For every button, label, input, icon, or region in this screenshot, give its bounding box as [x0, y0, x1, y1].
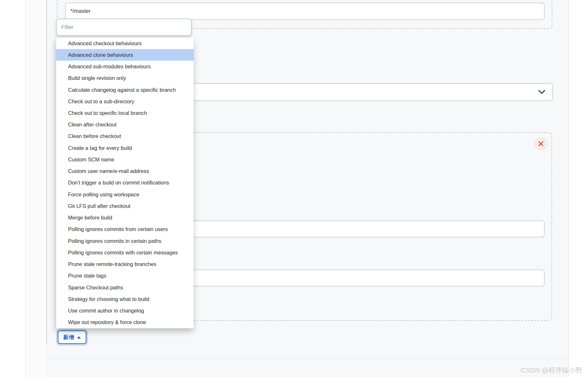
remove-behaviour-button[interactable] — [534, 137, 548, 150]
menu-item[interactable]: Check out to specific local branch — [56, 107, 194, 119]
close-icon — [538, 141, 544, 147]
filter-input[interactable] — [56, 19, 192, 36]
jenkins-config-page: Advanced checkout behavioursAdvanced clo… — [0, 0, 588, 377]
chevron-down-icon — [538, 90, 545, 94]
left-gutter — [26, 0, 46, 377]
section-divider — [47, 359, 569, 359]
menu-item[interactable]: Clean after checkout — [56, 119, 194, 131]
menu-item[interactable]: Advanced clone behaviours — [56, 49, 194, 61]
add-button-label: 新增 — [63, 334, 74, 341]
menu-item[interactable]: Polling ignores commits from certain use… — [56, 224, 194, 235]
menu-item[interactable]: Create a tag for every build — [56, 142, 194, 154]
menu-item[interactable]: Wipe out repository & force clone — [56, 317, 194, 328]
menu-item[interactable]: Don't trigger a build on commit notifica… — [56, 177, 194, 189]
menu-item[interactable]: Check out to a sub-directory — [56, 96, 194, 107]
menu-item[interactable]: Calculate changelog against a specific b… — [56, 84, 194, 96]
behaviours-menu: Advanced checkout behavioursAdvanced clo… — [56, 38, 194, 328]
add-button[interactable]: 新增 — [58, 330, 86, 344]
watermark: CSDN @程序猿小野 — [521, 366, 582, 375]
menu-item[interactable]: Polling ignores commits with certain mes… — [56, 247, 194, 258]
menu-item[interactable]: Sparse Checkout paths — [56, 282, 194, 293]
panel-border-left — [25, 0, 26, 377]
branch-specifier-input[interactable] — [65, 3, 545, 20]
menu-item[interactable]: Force polling using workspace — [56, 189, 194, 200]
panel-border-right — [568, 0, 569, 377]
menu-item[interactable]: Advanced sub-modules behaviours — [56, 61, 194, 72]
menu-item[interactable]: Custom SCM name — [56, 154, 194, 165]
menu-item[interactable]: Polling ignores commits in certain paths — [56, 235, 194, 247]
menu-item[interactable]: Use commit author in changelog — [56, 305, 194, 316]
section-border-left — [46, 0, 47, 344]
menu-item[interactable]: Advanced checkout behaviours — [56, 38, 194, 49]
menu-item[interactable]: Strategy for choosing what to build — [56, 293, 194, 305]
caret-up-icon — [77, 336, 81, 338]
menu-item[interactable]: Prune stale tags — [56, 270, 194, 282]
menu-item[interactable]: Git LFS pull after checkout — [56, 200, 194, 212]
menu-item[interactable]: Merge before build — [56, 212, 194, 224]
menu-item[interactable]: Build single revision only — [56, 73, 194, 84]
menu-item[interactable]: Custom user name/e-mail address — [56, 166, 194, 177]
menu-item[interactable]: Prune stale remote-tracking branches — [56, 258, 194, 270]
menu-item[interactable]: Clean before checkout — [56, 131, 194, 142]
